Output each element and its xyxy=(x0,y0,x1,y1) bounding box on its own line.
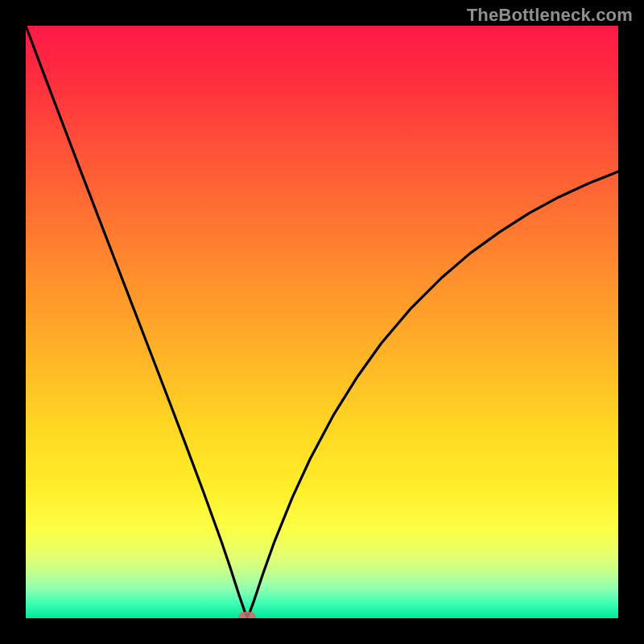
outer-frame: TheBottleneck.com xyxy=(0,0,644,644)
optimal-point-marker xyxy=(238,612,256,618)
bottleneck-curve xyxy=(26,26,618,618)
plot-area xyxy=(26,26,618,618)
watermark-text: TheBottleneck.com xyxy=(467,5,633,26)
